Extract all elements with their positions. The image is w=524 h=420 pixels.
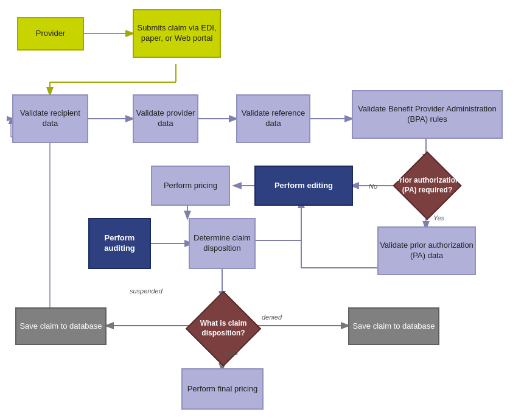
- provider-node: Provider: [17, 17, 84, 51]
- save-claim-denied-label: Save claim to database: [352, 321, 435, 332]
- no-label: No: [369, 183, 377, 190]
- denied-text: denied: [262, 313, 282, 321]
- perform-editing-label: Perform editing: [274, 181, 333, 191]
- validate-pa-label: Validate prior authorization (PA) data: [379, 240, 475, 261]
- perform-pricing-node: Perform pricing: [151, 166, 230, 206]
- denied-label: denied: [262, 313, 282, 321]
- validate-pa-node: Validate prior authorization (PA) data: [377, 226, 476, 275]
- perform-auditing-label: Perform auditing: [89, 233, 150, 254]
- no-text: No: [369, 183, 377, 190]
- validate-provider-label: Validate provider data: [134, 108, 197, 129]
- validate-bpa-node: Validate Benefit Provider Administration…: [352, 90, 503, 139]
- perform-auditing-node: Perform auditing: [88, 218, 151, 269]
- validate-reference-node: Validate reference data: [236, 94, 310, 143]
- validate-provider-node: Validate provider data: [133, 94, 198, 143]
- validate-recipient-label: Validate recipient data: [13, 108, 87, 129]
- perform-editing-node: Perform editing: [254, 166, 353, 206]
- suspended-text: suspended: [130, 287, 162, 295]
- suspended-label: suspended: [130, 287, 162, 295]
- perform-final-pricing-node: Perform final pricing: [181, 368, 264, 410]
- paid-text: paid: [225, 349, 238, 356]
- perform-final-pricing-label: Perform final pricing: [187, 384, 258, 394]
- validate-reference-label: Validate reference data: [237, 108, 309, 129]
- submits-claim-node: Submits claim via EDI, paper, or Web por…: [133, 9, 221, 58]
- prior-auth-diamond: Prior authorization (PA) required?: [388, 155, 467, 216]
- save-claim-suspended-label: Save claim to database: [19, 321, 102, 332]
- disposition-diamond: What is claim disposition?: [183, 298, 264, 359]
- save-claim-denied-node: Save claim to database: [348, 307, 439, 345]
- determine-disposition-node: Determine claim disposition: [189, 218, 256, 269]
- provider-label: Provider: [36, 29, 65, 39]
- validate-recipient-node: Validate recipient data: [12, 94, 88, 143]
- validate-bpa-label: Validate Benefit Provider Administration…: [353, 104, 501, 125]
- determine-disposition-label: Determine claim disposition: [190, 233, 254, 254]
- flowchart-diagram: Provider Submits claim via EDI, paper, o…: [0, 0, 524, 420]
- save-claim-suspended-node: Save claim to database: [15, 307, 107, 345]
- yes-text: Yes: [433, 214, 444, 222]
- paid-label: paid: [225, 349, 238, 356]
- perform-pricing-label: Perform pricing: [164, 181, 217, 191]
- submits-claim-label: Submits claim via EDI, paper, or Web por…: [134, 23, 220, 44]
- yes-label: Yes: [433, 214, 444, 222]
